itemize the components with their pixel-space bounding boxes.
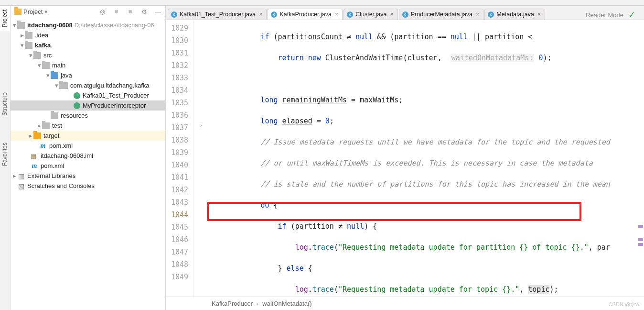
gear-icon[interactable]: ⚙ bbox=[140, 8, 148, 15]
class-icon: c bbox=[347, 11, 353, 18]
close-icon[interactable]: × bbox=[537, 11, 541, 18]
editor-pane: c Kafka01_Test_Producer.java × c KafkaPr… bbox=[166, 6, 644, 310]
tree-idea[interactable]: .idea bbox=[11, 30, 165, 40]
tree-pom1[interactable]: m pom.xml bbox=[11, 141, 165, 151]
tree-test[interactable]: test bbox=[11, 121, 165, 131]
tree-package[interactable]: com.atguigu.itdachang.kafka bbox=[11, 80, 165, 90]
tree-file-interceptor[interactable]: MyProducerInterceptor bbox=[11, 100, 165, 111]
tab-label: ProducerMetadata.java bbox=[411, 11, 472, 18]
project-tree[interactable]: itdachang-0608 D:\idea\classes\itdachang… bbox=[11, 18, 165, 310]
tree-kafka[interactable]: kafka bbox=[11, 40, 165, 50]
tab-producermetadata[interactable]: c ProducerMetadata.java × bbox=[399, 9, 484, 20]
tree-main[interactable]: main bbox=[11, 60, 165, 70]
close-icon[interactable]: × bbox=[390, 11, 393, 18]
module-icon bbox=[17, 22, 25, 29]
tree-iml[interactable]: ▦ itdachang-0608.iml bbox=[11, 151, 165, 161]
tab-kafkaproducer[interactable]: c KafkaProducer.java × bbox=[268, 9, 343, 20]
scratches-icon: ▧ bbox=[17, 183, 25, 189]
close-icon[interactable]: × bbox=[476, 11, 479, 18]
side-tab-favorites[interactable]: Favorites bbox=[0, 139, 10, 170]
tab-metadata[interactable]: c Metadata.java × bbox=[484, 9, 545, 20]
expand-all-icon[interactable]: ≡ bbox=[113, 8, 120, 15]
side-tab-project[interactable]: Project bbox=[0, 6, 10, 31]
class-icon: c bbox=[488, 11, 494, 18]
tree-resources[interactable]: resources bbox=[11, 111, 165, 121]
folder-icon bbox=[42, 62, 50, 69]
tab-label: Cluster.java bbox=[355, 11, 386, 18]
project-tool-window: Project ▾ ◎ ≡ ≡ ⚙ — itdachang-0608 D:\id… bbox=[11, 6, 166, 310]
tree-root-path: D:\idea\classes\itdachang-06 bbox=[75, 22, 154, 29]
class-icon: c bbox=[271, 11, 277, 18]
folder-icon bbox=[25, 42, 32, 49]
tab-kafka01[interactable]: c Kafka01_Test_Producer.java × bbox=[168, 9, 267, 20]
locate-icon[interactable]: ◎ bbox=[99, 8, 106, 15]
tab-cluster[interactable]: c Cluster.java × bbox=[343, 9, 398, 20]
check-icon: ✓ bbox=[628, 10, 635, 20]
excluded-folder-icon bbox=[33, 133, 41, 139]
tree-external-libraries[interactable]: ▥ External Libraries bbox=[11, 171, 165, 181]
code-editor[interactable]: 1029 1030 1031 1032 1033 1034 1035 1036 … bbox=[166, 20, 644, 297]
project-view-selector[interactable]: Project bbox=[23, 8, 43, 15]
tree-src[interactable]: src bbox=[11, 50, 165, 60]
folder-icon bbox=[42, 122, 50, 129]
tab-label: Metadata.java bbox=[496, 11, 534, 18]
tree-scratches[interactable]: ▧ Scratches and Consoles bbox=[11, 181, 165, 191]
class-icon bbox=[74, 92, 80, 99]
tab-label: KafkaProducer.java bbox=[279, 11, 331, 18]
maven-icon: m bbox=[39, 143, 47, 149]
reader-mode-badge[interactable]: Reader Mode ✓ bbox=[586, 10, 635, 20]
nav-breadcrumb-top bbox=[0, 0, 644, 6]
collapse-all-icon[interactable]: ≡ bbox=[127, 8, 134, 15]
tree-root[interactable]: itdachang-0608 D:\idea\classes\itdachang… bbox=[11, 20, 165, 30]
project-header: Project ▾ ◎ ≡ ≡ ⚙ — bbox=[11, 6, 165, 18]
breadcrumb-class[interactable]: KafkaProducer bbox=[212, 300, 253, 307]
code-content[interactable]: if (partitionsCount ≠ null && (partition… bbox=[207, 20, 644, 297]
package-icon bbox=[59, 82, 68, 89]
folder-icon bbox=[33, 52, 41, 59]
editor-tabs: c Kafka01_Test_Producer.java × c KafkaPr… bbox=[166, 6, 644, 20]
maven-icon: m bbox=[31, 163, 38, 169]
line-number-gutter: 1029 1030 1031 1032 1033 1034 1035 1036 … bbox=[166, 20, 193, 297]
class-icon: c bbox=[171, 11, 177, 18]
tool-window-stripe: Project Structure Favorites bbox=[0, 6, 11, 310]
fold-gutter: ⌵ bbox=[193, 20, 207, 297]
folder-icon bbox=[25, 32, 32, 39]
tree-target[interactable]: target bbox=[11, 131, 165, 141]
project-icon bbox=[14, 9, 21, 15]
tree-java[interactable]: java bbox=[11, 70, 165, 80]
tree-root-label: itdachang-0608 bbox=[27, 22, 73, 29]
close-icon[interactable]: × bbox=[335, 11, 338, 18]
chevron-down-icon: ▾ bbox=[44, 8, 48, 15]
side-tab-structure[interactable]: Structure bbox=[0, 89, 10, 120]
tab-label: Kafka01_Test_Producer.java bbox=[180, 11, 256, 18]
tree-pom2[interactable]: m pom.xml bbox=[11, 161, 165, 171]
class-icon: c bbox=[402, 11, 408, 18]
library-icon: ▥ bbox=[17, 173, 25, 179]
iml-icon: ▦ bbox=[31, 153, 38, 159]
breadcrumb-method[interactable]: waitOnMetadata() bbox=[262, 300, 311, 307]
close-icon[interactable]: × bbox=[259, 11, 262, 18]
resources-folder-icon bbox=[51, 112, 58, 119]
watermark: CSDN @水w bbox=[609, 301, 639, 308]
source-folder-icon bbox=[51, 72, 58, 79]
editor-breadcrumb[interactable]: KafkaProducer › waitOnMetadata() CSDN @水… bbox=[166, 297, 644, 310]
hide-icon[interactable]: — bbox=[154, 8, 161, 15]
class-icon bbox=[74, 102, 80, 109]
tree-file-kafka01[interactable]: Kafka01_Test_Producer bbox=[11, 90, 165, 100]
